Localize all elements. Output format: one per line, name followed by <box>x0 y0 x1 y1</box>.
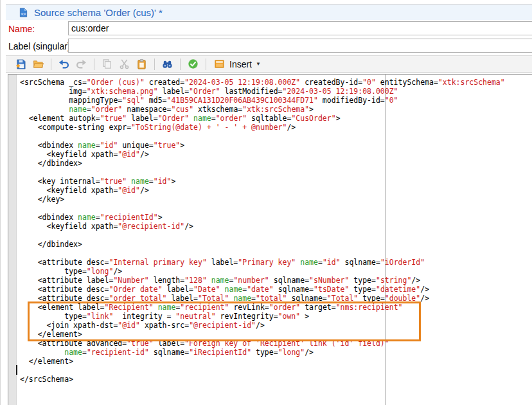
code-editor[interactable]: <srcSchema _cs="Order (cus)" created="20… <box>8 74 532 405</box>
code-line: </element> <box>20 357 532 366</box>
insert-window-icon <box>214 59 225 69</box>
copy-button <box>98 57 116 72</box>
search-button[interactable] <box>159 57 176 72</box>
code-line: <attribute desc="Order date" label="Date… <box>20 285 532 294</box>
toolbar-separator <box>51 59 51 70</box>
code-line <box>20 231 532 240</box>
save-button[interactable] <box>12 57 30 72</box>
code-line: <srcSchema _cs="Order (cus)" created="20… <box>20 78 532 87</box>
folder-open-icon <box>33 59 44 69</box>
label-singular-label: Label (singular): <box>8 41 73 51</box>
undo-button[interactable] <box>55 57 73 72</box>
save-icon <box>15 59 26 69</box>
chevron-down-icon: ▼ <box>256 61 261 67</box>
tab-bar: <> Source schema 'Order (cus)' * <box>6 4 532 20</box>
highlight-box <box>28 302 421 341</box>
tab-source-schema[interactable]: <> Source schema 'Order (cus)' * <box>19 7 163 18</box>
open-button[interactable] <box>30 57 47 72</box>
code-line: <element autopk="true" label="Order" nam… <box>20 114 532 123</box>
schema-editor-window: <> Source schema 'Order (cus)' * Name: L… <box>0 0 532 405</box>
code-line: </dbindex> <box>20 240 532 249</box>
tab-title: Source schema 'Order (cus)' * <box>34 7 163 18</box>
check-circle-icon <box>188 59 199 69</box>
code-line: <attribute desc="Internal primary key" l… <box>20 258 532 267</box>
redo-button <box>73 57 90 72</box>
code-line <box>20 249 532 258</box>
paste-button[interactable] <box>133 57 150 72</box>
code-line: name="order" namespace="cus" xtkschema="… <box>20 105 532 114</box>
code-line: </dbindex> <box>20 159 532 168</box>
validate-button[interactable] <box>184 57 202 72</box>
toolbar: Insert ▼ <box>6 55 532 73</box>
toolbar-separator <box>180 59 181 70</box>
toolbar-separator <box>94 59 94 70</box>
paste-clipboard-icon <box>136 59 147 69</box>
binoculars-icon <box>162 59 173 69</box>
text-caret <box>16 365 17 375</box>
code-line: <compute-string expr="ToString(@date) + … <box>20 123 532 132</box>
code-line: <dbindex name="id" unique="true"> <box>20 141 532 150</box>
toolbar-separator <box>154 59 155 70</box>
code-line <box>20 168 532 177</box>
label-singular-input[interactable] <box>68 39 532 53</box>
undo-icon <box>58 59 69 69</box>
name-input[interactable] <box>68 21 532 35</box>
toolbar-buttons <box>12 57 202 72</box>
code-line: <dbindex name="recipientId"> <box>20 213 532 222</box>
toolbar-separator <box>206 59 206 70</box>
code-line: name="recipient-id" sqlname="iRecipientI… <box>20 348 532 357</box>
code-line: <key internal="true" name="id"> <box>20 177 532 186</box>
svg-text:<>: <> <box>21 11 26 17</box>
schema-file-icon: <> <box>19 7 28 17</box>
scissors-icon <box>119 59 130 69</box>
insert-button-label: Insert <box>229 59 252 69</box>
code-line: <keyfield xpath="@recipient-id"/> <box>20 222 532 231</box>
code-line: img="xtk:schema.png" label="Order" lastM… <box>20 87 532 96</box>
cut-button <box>116 57 133 72</box>
insert-button[interactable]: Insert ▼ <box>210 57 265 72</box>
redo-icon <box>76 59 87 69</box>
code-line: type="long"/> <box>20 267 532 276</box>
copy-icon <box>102 59 112 69</box>
code-line: <keyfield xpath="@id"/> <box>20 186 532 195</box>
code-line <box>20 204 532 213</box>
code-line: </key> <box>20 195 532 204</box>
code-line: </srcSchema> <box>20 375 532 384</box>
code-line: <keyfield xpath="@id"/> <box>20 150 532 159</box>
code-line <box>20 366 532 375</box>
code-line <box>20 132 532 141</box>
name-label: Name: <box>8 24 35 34</box>
code-line: mappingType="sql" md5="41B59CA131D20F06A… <box>20 96 532 105</box>
code-line: <attribute label="Number" length="128" n… <box>20 276 532 285</box>
